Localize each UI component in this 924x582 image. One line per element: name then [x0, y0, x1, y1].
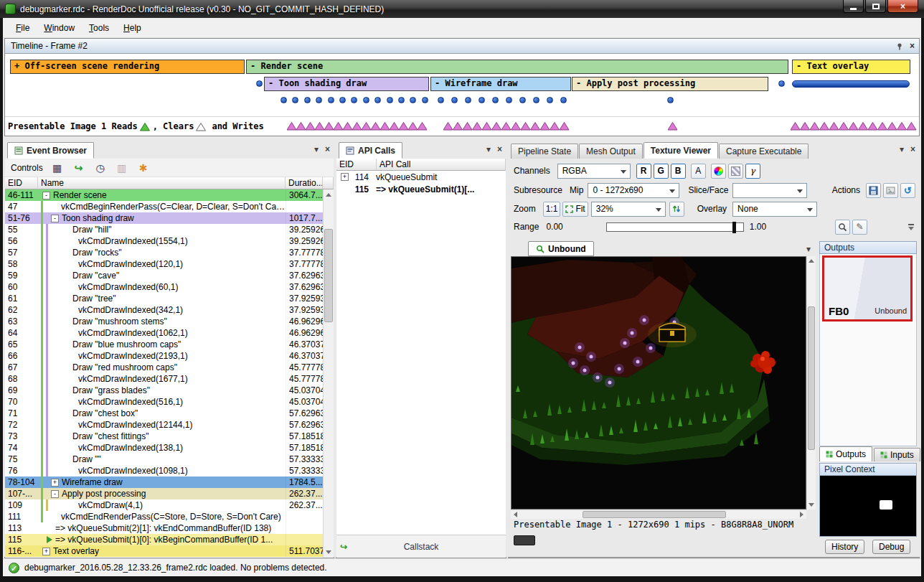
timeline-marker-bar[interactable]: - Toon shading draw — [264, 77, 429, 91]
timeline-event-dot[interactable] — [560, 97, 567, 103]
timeline-event-dot[interactable] — [506, 97, 512, 103]
autofit-range-button[interactable] — [835, 220, 850, 235]
event-row[interactable]: 51-76-Toon shading draw1017.7... — [5, 212, 323, 224]
event-row[interactable]: 69Draw "grass blades"45.03704 — [5, 385, 323, 396]
event-row[interactable]: 68vkCmdDrawIndexed(1677,1)45.77778 — [5, 373, 323, 385]
canvas-hscrollbar[interactable] — [511, 510, 806, 519]
columns-icon[interactable]: ▦ — [50, 161, 65, 175]
panel-dropdown-icon[interactable]: ▾ — [314, 145, 319, 154]
red-channel-button[interactable]: R — [636, 164, 651, 179]
menu-window[interactable]: Window — [37, 20, 82, 36]
canvas-vscrollbar[interactable] — [806, 256, 816, 510]
green-channel-button[interactable]: G — [654, 164, 669, 179]
slice-face-select[interactable] — [732, 183, 807, 198]
event-row[interactable]: 56vkCmdDrawIndexed(1554,1)39.25926 — [5, 235, 323, 247]
column-eid[interactable]: EID — [336, 159, 377, 171]
tab-capture-executable[interactable]: Capture Executable — [719, 144, 808, 159]
timeline-event-dot[interactable] — [438, 97, 444, 103]
timeline-event-dot[interactable] — [398, 97, 405, 103]
tree-expand-icon[interactable]: - — [51, 215, 59, 222]
debug-button[interactable]: Debug — [872, 540, 910, 554]
pixel-context-view[interactable] — [819, 476, 917, 537]
tab-pipeline-state[interactable]: Pipeline State — [511, 144, 578, 159]
channels-select[interactable]: RGBA — [557, 164, 631, 179]
timeline-event-dot[interactable] — [422, 97, 428, 103]
timeline-event-dot[interactable] — [492, 97, 499, 103]
event-row[interactable]: 78-104+Wireframe draw1784.5... — [5, 477, 323, 488]
event-row[interactable]: 62vkCmdDrawIndexed(342,1)37.92593 — [5, 304, 323, 316]
timeline-event-dot[interactable] — [304, 97, 311, 103]
gamma-button[interactable]: γ — [745, 164, 760, 179]
alpha-channel-button[interactable]: A — [691, 164, 706, 179]
event-row[interactable]: 63Draw "mushroom stems"46.96296 — [5, 316, 323, 327]
zoom-fit-button[interactable]: Fit — [562, 202, 588, 217]
close-button[interactable]: × — [887, 0, 918, 13]
timeline-event-dot[interactable] — [328, 97, 334, 103]
event-row[interactable]: 64vkCmdDrawIndexed(1062,1)46.96296 — [5, 327, 323, 339]
timeline-event-dot[interactable] — [292, 97, 298, 103]
menu-file[interactable]: File — [9, 20, 37, 36]
timeline-event-dot[interactable] — [256, 80, 263, 87]
event-row[interactable]: 60vkCmdDrawIndexed(60,1)37.62963 — [5, 281, 323, 293]
timeline-activity-bar[interactable] — [792, 80, 910, 88]
api-call-row[interactable]: 115=> vkQueueSubmit(1)[... — [336, 183, 506, 195]
event-row[interactable]: 75Draw ""57.33333 — [5, 454, 323, 465]
maximize-button[interactable] — [865, 0, 886, 13]
panel-dropdown-icon[interactable]: ▾ — [900, 145, 904, 154]
save-texture-button[interactable] — [866, 183, 881, 198]
event-row[interactable]: 76vkCmdDrawIndexed(1098,1)57.33333 — [5, 465, 323, 477]
panel-close-icon[interactable]: × — [497, 145, 502, 154]
event-row[interactable]: 71Draw "chest box"57.62963 — [5, 408, 323, 419]
tab-inputs[interactable]: Inputs — [874, 448, 920, 461]
timeline-event-dot[interactable] — [667, 97, 674, 103]
tree-expand-icon[interactable]: - — [42, 192, 50, 200]
tree-expand-icon[interactable]: + — [42, 548, 50, 555]
tree-expand-icon[interactable]: + — [341, 173, 349, 181]
timeline-event-dot[interactable] — [478, 97, 485, 103]
tree-expand-icon[interactable]: + — [51, 479, 59, 487]
event-row[interactable]: 109vkCmdDraw(4,1)262.37... — [5, 499, 323, 511]
event-row[interactable]: 66vkCmdDrawIndexed(2193,1)46.37037 — [5, 350, 323, 362]
pin-icon[interactable] — [896, 42, 904, 50]
event-browser-scrollbar[interactable] — [323, 189, 334, 558]
custom-display-button[interactable] — [711, 164, 726, 179]
panel-dropdown-icon[interactable]: ▾ — [486, 145, 491, 154]
event-row[interactable]: 47vkCmdBeginRenderPass(C=Clear, D=Clear,… — [5, 201, 323, 212]
menu-tools[interactable]: Tools — [82, 20, 116, 36]
timeline-event-dot[interactable] — [778, 80, 785, 87]
timeline-event-dot[interactable] — [410, 97, 416, 103]
scrollbar-thumb[interactable] — [583, 511, 726, 518]
timeline-event-dot[interactable] — [519, 97, 526, 103]
flip-y-button[interactable] — [669, 202, 684, 217]
timeline-marker-bar[interactable]: - Wireframe draw — [430, 77, 571, 91]
zoom-select[interactable]: 32% — [591, 202, 666, 217]
event-row[interactable]: 59Draw "cave"37.62963 — [5, 270, 323, 281]
texture-preview-image[interactable] — [512, 257, 806, 509]
timeline-event-dot[interactable] — [316, 97, 322, 103]
menu-help[interactable]: Help — [116, 20, 148, 36]
minimize-button[interactable] — [843, 0, 864, 13]
tab-unbound[interactable]: Unbound — [528, 241, 594, 256]
open-image-button[interactable] — [883, 183, 898, 198]
scrollbar-thumb[interactable] — [324, 229, 333, 322]
texture-canvas[interactable] — [511, 256, 806, 510]
event-row[interactable]: 116-...+Text overlay511.7037 — [5, 545, 323, 557]
event-row[interactable]: 67Draw "red mushroom caps"45.77778 — [5, 362, 323, 373]
tab-api-calls[interactable]: API Calls — [339, 142, 402, 159]
blue-channel-button[interactable]: B — [671, 164, 686, 179]
event-row[interactable]: 74vkCmdDrawIndexed(138,1)57.18518 — [5, 442, 323, 454]
options-icon[interactable]: ✱ — [136, 161, 151, 175]
timeline-event-dot[interactable] — [465, 97, 471, 103]
range-slider[interactable] — [606, 222, 744, 232]
api-call-row[interactable]: +114vkQueueSubmit — [336, 171, 506, 183]
tab-list-dropdown-icon[interactable]: ▾ — [806, 244, 811, 254]
column-api-call[interactable]: API Call — [377, 159, 506, 171]
tab-event-browser[interactable]: Event Browser — [7, 142, 94, 159]
goto-event-icon[interactable]: ↪ — [72, 161, 86, 175]
stats-icon[interactable]: ▥ — [115, 161, 129, 175]
event-row[interactable]: 72vkCmdDrawIndexed(12144,1)57.62963 — [5, 419, 323, 431]
column-duration[interactable]: Duratio... — [286, 177, 323, 189]
event-row[interactable]: 65Draw "blue mushroom caps"46.37037 — [5, 339, 323, 350]
event-row[interactable]: 111vkCmdEndRenderPass(C=Store, D=Store, … — [5, 511, 323, 522]
background-checker-button[interactable] — [728, 164, 743, 179]
